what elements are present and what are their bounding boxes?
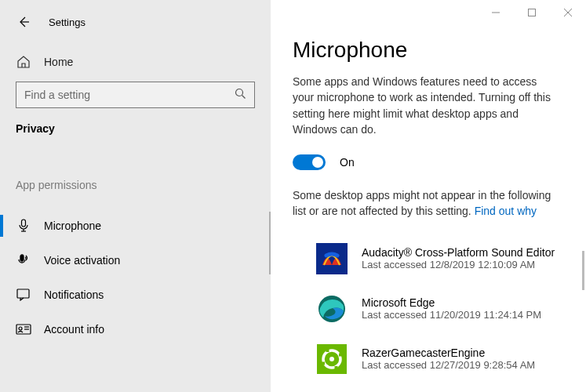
minimize-button[interactable]	[478, 0, 514, 25]
nav-item-microphone[interactable]: Microphone	[0, 209, 271, 243]
page-description: Some apps and Windows features need to a…	[293, 74, 559, 137]
section-header: App permissions	[16, 179, 255, 191]
edge-icon	[316, 293, 348, 325]
nav-item-label: Voice activation	[44, 254, 120, 267]
svg-rect-12	[326, 347, 329, 352]
notifications-icon	[16, 287, 31, 303]
svg-rect-13	[335, 366, 338, 371]
home-icon	[16, 54, 31, 70]
nav-item-account-info[interactable]: Account info	[0, 312, 271, 347]
account-icon	[16, 321, 31, 337]
svg-point-5	[19, 327, 22, 330]
home-nav[interactable]: Home	[0, 52, 271, 72]
note-text: Some desktop apps might not appear in th…	[293, 187, 559, 220]
maximize-button[interactable]	[514, 0, 550, 25]
svg-rect-1	[22, 220, 26, 227]
search-icon	[235, 88, 246, 103]
app-row: RazerGamecasterEngine Last accessed 12/2…	[293, 337, 567, 387]
svg-rect-2	[20, 255, 24, 261]
razer-icon	[316, 343, 348, 375]
svg-rect-15	[339, 353, 344, 356]
app-name: Audacity® Cross-Platform Sound Editor	[362, 246, 555, 259]
microphone-toggle[interactable]	[293, 154, 326, 170]
svg-rect-14	[320, 361, 325, 365]
svg-rect-3	[17, 289, 29, 298]
app-title: Settings	[49, 16, 86, 28]
titlebar: Settings	[0, 8, 271, 36]
svg-point-0	[236, 89, 243, 96]
toggle-label: On	[340, 156, 355, 169]
category-label: Privacy	[16, 122, 255, 135]
home-label: Home	[44, 56, 73, 68]
page-title: Microphone	[293, 38, 567, 63]
close-button[interactable]	[550, 0, 586, 25]
nav-list: Microphone Voice activation Notificati	[0, 209, 271, 347]
app-row: Microsoft Edge Last accessed 11/20/2019 …	[293, 287, 567, 337]
back-button[interactable]	[13, 11, 35, 33]
find-out-why-link[interactable]: Find out why	[475, 205, 537, 217]
nav-item-label: Notifications	[44, 289, 104, 301]
app-list: Audacity® Cross-Platform Sound Editor La…	[293, 237, 567, 387]
nav-item-label: Microphone	[44, 220, 101, 232]
app-access: Last accessed 12/27/2019 9:28:54 AM	[362, 359, 535, 371]
voice-icon	[16, 252, 31, 268]
svg-rect-7	[316, 243, 348, 274]
nav-item-voice-activation[interactable]: Voice activation	[0, 243, 271, 278]
audacity-icon	[316, 243, 348, 274]
app-name: Microsoft Edge	[362, 296, 541, 309]
app-access: Last accessed 11/20/2019 11:24:14 PM	[362, 309, 541, 321]
svg-rect-6	[529, 9, 536, 16]
app-access: Last accessed 12/8/2019 12:10:09 AM	[362, 259, 555, 270]
toggle-knob	[312, 157, 323, 168]
sidebar: Settings Home Privacy App permissions	[0, 0, 271, 392]
app-name: RazerGamecasterEngine	[362, 347, 535, 359]
search-input[interactable]	[24, 89, 235, 101]
window-controls	[478, 0, 586, 25]
main-panel: Microphone Some apps and Windows feature…	[271, 0, 586, 392]
svg-point-11	[329, 357, 334, 361]
app-row: Audacity® Cross-Platform Sound Editor La…	[293, 237, 567, 287]
microphone-icon	[16, 218, 31, 234]
toggle-row: On	[293, 154, 567, 170]
search-field[interactable]	[16, 82, 255, 108]
nav-item-notifications[interactable]: Notifications	[0, 278, 271, 312]
nav-item-label: Account info	[44, 323, 104, 336]
